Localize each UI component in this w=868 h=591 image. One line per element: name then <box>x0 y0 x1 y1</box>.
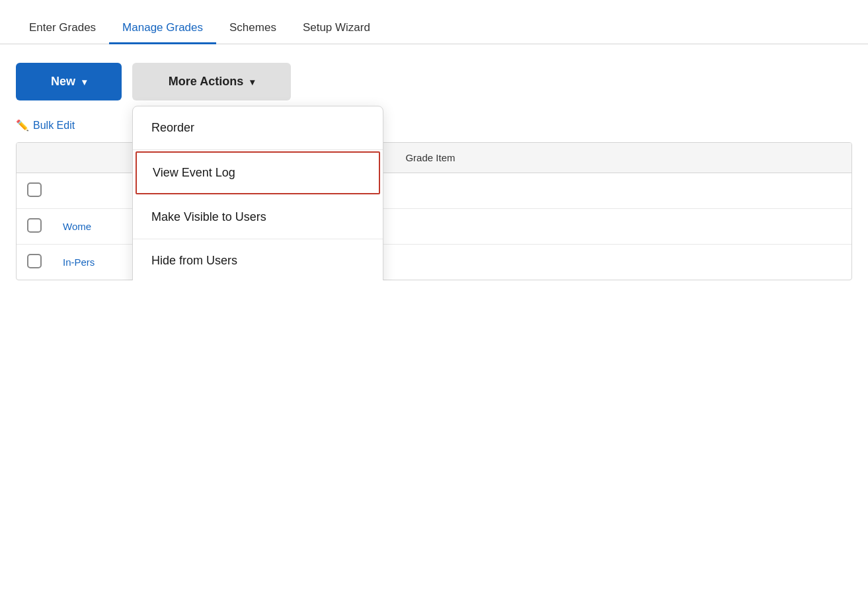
more-actions-chevron-icon: ▾ <box>250 77 255 87</box>
row-grade-item-cell <box>395 209 851 245</box>
col-header-grade-item: Grade Item <box>395 143 851 173</box>
tab-enter-grades[interactable]: Enter Grades <box>16 13 109 44</box>
grade-item-link-wome[interactable]: Wome <box>63 221 91 232</box>
row-checkbox[interactable] <box>27 254 42 268</box>
more-actions-button[interactable]: More Actions ▾ <box>132 63 291 100</box>
bulk-edit-row: ✏️ Bulk Edit <box>0 114 868 142</box>
bulk-edit-link[interactable]: ✏️ Bulk Edit <box>16 119 75 132</box>
dropdown-item-hide-from-users[interactable]: Hide from Users <box>133 239 383 280</box>
row-checkbox-cell <box>17 173 52 209</box>
dropdown-item-reorder[interactable]: Reorder <box>133 106 383 150</box>
row-grade-item-cell <box>395 245 851 280</box>
new-button[interactable]: New ▾ <box>16 63 122 100</box>
new-chevron-icon: ▾ <box>82 77 87 87</box>
row-checkbox[interactable] <box>27 218 42 233</box>
col-header-checkbox <box>17 143 52 173</box>
grade-item-link-inpers[interactable]: In-Pers <box>63 256 95 268</box>
more-actions-label: More Actions <box>169 75 243 89</box>
tab-navigation: Enter Grades Manage Grades Schemes Setup… <box>0 0 868 44</box>
tab-setup-wizard[interactable]: Setup Wizard <box>290 13 383 44</box>
toolbar: New ▾ More Actions ▾ Reorder View Event … <box>0 44 868 114</box>
row-grade-item-cell <box>395 173 851 209</box>
tab-schemes[interactable]: Schemes <box>216 13 290 44</box>
dropdown-item-make-visible[interactable]: Make Visible to Users <box>133 196 383 239</box>
more-actions-wrapper: More Actions ▾ Reorder View Event Log Ma… <box>132 63 291 100</box>
new-button-label: New <box>51 75 75 89</box>
more-actions-dropdown: Reorder View Event Log Make Visible to U… <box>132 106 383 280</box>
row-checkbox[interactable] <box>27 182 42 197</box>
bulk-edit-label: Bulk Edit <box>33 120 75 132</box>
dropdown-item-view-event-log[interactable]: View Event Log <box>136 151 380 194</box>
row-checkbox-cell <box>17 209 52 245</box>
tab-manage-grades[interactable]: Manage Grades <box>109 13 216 44</box>
bulk-edit-icon: ✏️ <box>16 119 29 132</box>
row-checkbox-cell <box>17 245 52 280</box>
